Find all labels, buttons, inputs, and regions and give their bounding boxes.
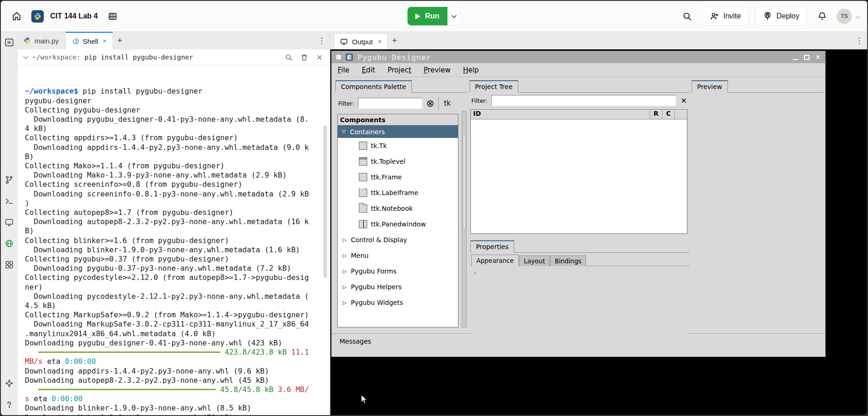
shell-prompt-icon[interactable]: [3, 195, 15, 207]
run-button[interactable]: Run: [407, 7, 447, 25]
group-pygubu-helpers[interactable]: ▷Pygubu Helpers: [338, 279, 458, 295]
run-options-dropdown[interactable]: [448, 7, 461, 25]
labelframe-widget-icon: [359, 189, 367, 197]
window-menu-square-icon[interactable]: [336, 55, 341, 59]
component-ttk-notebook[interactable]: ttk.Notebook: [338, 201, 458, 216]
palette-scrollbar[interactable]: [462, 111, 467, 327]
tab-preview[interactable]: Preview: [692, 80, 728, 93]
output-options-kebab-icon[interactable]: ⋮: [851, 32, 867, 49]
terminal-line: Downloading pycodestyle-2.12.1-py2.py3-n…: [25, 292, 329, 301]
git-branch-icon[interactable]: [3, 174, 15, 186]
tree-filter-label: Filter:: [471, 97, 487, 104]
project-tree-body[interactable]: [471, 119, 687, 233]
terminal-line: ━━━━━━━━━━━━━━━━━━━━━━━━━━━━━━━━━━━━━━━━…: [25, 385, 329, 394]
terminal-line: Downloading Mako-1.3.9-py3-none-any.whl.…: [25, 171, 329, 180]
terminal-line: pygubu-designer: [25, 96, 329, 106]
closed-triangle-icon: ▷: [343, 253, 346, 259]
search-icon[interactable]: [679, 8, 696, 24]
terminal-command-header: ~/workspace: pip install pygubu-designer: [18, 49, 329, 65]
terminal-line: Downloading pygubu_designer-0.41-py3-non…: [25, 115, 329, 124]
tools-grid-icon[interactable]: [3, 259, 15, 271]
component-tk-tk[interactable]: tk.Tk: [338, 138, 458, 154]
webview-globe-icon[interactable]: [3, 238, 15, 250]
menu-file[interactable]: File: [338, 66, 349, 74]
terminal-line: Collecting Mako>=1.1.4 (from pygubu-desi…: [25, 161, 329, 171]
minimize-icon[interactable]: [793, 55, 798, 60]
terminal-line: Collecting autopep8>=1.7 (from pygubu-de…: [25, 208, 329, 217]
component-tk-toplevel[interactable]: tk.Toplevel: [338, 154, 458, 169]
close-tab-icon[interactable]: ×: [103, 37, 106, 45]
column-header-c[interactable]: C: [663, 110, 675, 119]
terminal-output[interactable]: ~/workspace$ pip install pygubu-designer…: [18, 65, 329, 416]
framework-selector[interactable]: tk: [442, 99, 453, 107]
tab-components-palette[interactable]: Components Palette: [335, 80, 412, 93]
tab-properties[interactable]: Properties: [470, 240, 514, 253]
invite-button[interactable]: Invite: [702, 7, 749, 25]
terminal-line: Downloading Mako-1.3.9-py3-none-any.whl …: [25, 413, 329, 416]
maximize-icon[interactable]: [804, 55, 809, 60]
window-content: Components Palette Filter: ⊗ tk: [332, 77, 825, 333]
tree-filter-clear-icon[interactable]: ✕: [680, 96, 688, 105]
terminal-trash-icon[interactable]: [300, 53, 308, 61]
tab-project-tree[interactable]: Project Tree: [469, 80, 518, 93]
avatar[interactable]: TS: [837, 9, 852, 24]
menu-project[interactable]: Project: [387, 66, 411, 74]
help-icon[interactable]: [3, 398, 15, 410]
replit-workspace: CIT 144 Lab 4 Run Invite Deploy: [0, 0, 868, 416]
tab-shell[interactable]: Shell ×: [65, 32, 113, 49]
pygubu-designer-window: Pygubu Designer ✕ FileEditProjectPreview…: [331, 51, 826, 357]
new-tab-button[interactable]: +: [113, 32, 127, 49]
menu-edit[interactable]: Edit: [362, 66, 375, 74]
menu-help[interactable]: Help: [463, 66, 479, 74]
terminal-close-icon[interactable]: [316, 54, 323, 61]
terminal-lines: ~/workspace$ pip install pygubu-designer…: [25, 87, 329, 416]
terminal-line: 4 kB): [25, 124, 329, 133]
workspace-layout-icon[interactable]: [104, 8, 121, 24]
terminal-line: Downloading blinker-1.9.0-py3-none-any.w…: [25, 404, 329, 413]
output-monitor-icon[interactable]: [3, 216, 15, 228]
new-output-tab-button[interactable]: +: [387, 32, 401, 49]
window-title-bar[interactable]: Pygubu Designer ✕: [332, 51, 825, 63]
preview-area: [692, 92, 823, 331]
terminal-line: Downloading appdirs-1.4.4-py2.py3-none-a…: [25, 143, 329, 152]
palette-scrollbar-thumb[interactable]: [463, 135, 466, 229]
tab-options-kebab-icon[interactable]: ⋮: [314, 32, 329, 49]
window-close-icon[interactable]: ✕: [815, 55, 821, 60]
notifications-bell-icon[interactable]: [814, 8, 830, 24]
terminal-line: Collecting pygubu-designer: [25, 106, 329, 115]
tab-output[interactable]: Output ×: [334, 33, 387, 49]
open-triangle-icon: ▽: [342, 129, 346, 135]
group-pygubu-widgets[interactable]: ▷Pygubu Widgets: [338, 295, 458, 310]
files-icon[interactable]: [3, 36, 15, 48]
group-control-display[interactable]: ▷Control & Display: [338, 232, 458, 248]
group-pygubu-forms[interactable]: ▷Pygubu Forms: [338, 263, 458, 279]
close-output-tab-icon[interactable]: ×: [378, 38, 381, 45]
deploy-button[interactable]: Deploy: [755, 7, 807, 25]
column-header-r[interactable]: R: [650, 110, 663, 119]
terminal-search-icon[interactable]: [285, 53, 293, 61]
subtab-appearance[interactable]: Appearance: [471, 255, 519, 266]
home-icon[interactable]: [8, 8, 25, 24]
component-ttk-labelframe[interactable]: ttk.Labelframe: [338, 185, 458, 201]
palette-filter-clear-icon[interactable]: ⊗: [426, 99, 434, 108]
column-header-id[interactable]: ID: [471, 110, 650, 119]
palette-filter-input[interactable]: [358, 98, 422, 109]
window-title: Pygubu Designer: [358, 53, 431, 62]
component-ttk-frame[interactable]: ttk.Frame: [338, 169, 458, 185]
components-palette-section: Components Palette Filter: ⊗ tk: [335, 80, 467, 332]
terminal-line: Collecting MarkupSafe>=0.9.2 (from Mako>…: [25, 310, 329, 320]
tab-main-py[interactable]: main.py: [18, 32, 65, 49]
subtab-bindings[interactable]: Bindings: [550, 256, 586, 266]
menu-preview[interactable]: Preview: [424, 66, 451, 74]
collapse-chevron-icon[interactable]: [23, 53, 28, 59]
component-ttk-panedwindow[interactable]: ttk.Panedwindow: [338, 216, 458, 232]
group-containers[interactable]: ▽ Containers: [338, 125, 458, 138]
ai-sparkle-icon[interactable]: [3, 377, 15, 389]
account-chevron-icon[interactable]: [856, 14, 861, 18]
group-menu[interactable]: ▷Menu: [338, 248, 458, 263]
editor-tab-bar: main.py Shell × + ⋮: [18, 32, 329, 49]
terminal-scrollbar[interactable]: [323, 125, 327, 278]
tree-filter-input[interactable]: [491, 95, 676, 106]
output-panel: Output × + ⋮ Pygubu Designer: [330, 32, 867, 416]
subtab-layout[interactable]: Layout: [519, 256, 550, 266]
